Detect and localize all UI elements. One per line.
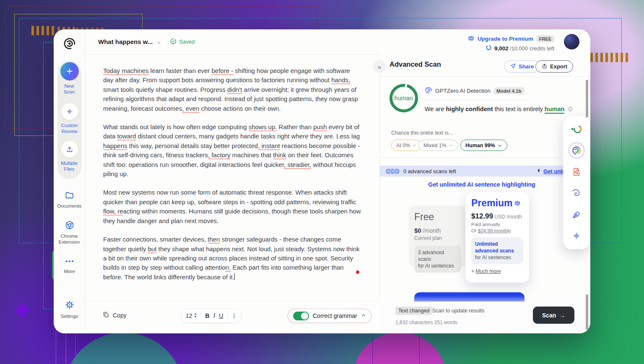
share-label: Share — [519, 63, 534, 70]
sidebar-item-label: Documents — [54, 203, 85, 209]
chevron-down-icon — [412, 143, 417, 148]
divider — [425, 100, 530, 100]
chip-ai[interactable]: AI 0% — [391, 140, 422, 151]
plagiarism-doc-icon[interactable] — [568, 164, 585, 180]
human-score-label: human — [395, 95, 413, 101]
spiral-icon[interactable] — [568, 185, 585, 202]
decor-line-4 — [372, 333, 373, 364]
editor-toolbar: Copy 12 B I U ⋮ Correct grammar — [85, 301, 379, 333]
chip-human[interactable]: Human 99% — [460, 140, 507, 151]
highlight-cta-link[interactable]: Get unlimited AI sentence highlighting — [379, 181, 584, 188]
collapse-panel-button[interactable]: » — [373, 60, 386, 73]
scan-progress-icon[interactable] — [568, 121, 585, 138]
premium-or: Or — [471, 228, 478, 233]
gptzero-logo-icon[interactable] — [63, 37, 76, 52]
sidebar-item-multiple-files[interactable]: Multiple Files — [54, 141, 85, 172]
credits-ring-icon — [486, 44, 492, 52]
scans-left-text: 0 advanced scans left — [403, 168, 456, 174]
italic-button[interactable]: I — [213, 312, 216, 319]
scan-update-hint: Scan to update results — [432, 308, 484, 314]
ai-detector-tool-icon[interactable] — [568, 142, 585, 159]
grammar-label: Correct grammar — [313, 312, 357, 319]
more-dots-icon — [65, 258, 75, 265]
decor-line-5 — [419, 333, 420, 364]
editor-paragraph[interactable]: Today machines learn faster than ever be… — [103, 66, 361, 113]
chevron-down-icon[interactable] — [157, 39, 161, 47]
premium-plan-name: Premium — [471, 198, 512, 209]
free-feature: 3 advanced scans for AI sentences — [414, 246, 461, 273]
sidebar-item-documents[interactable]: Documents — [54, 190, 85, 209]
export-button[interactable]: Export — [535, 60, 573, 73]
editor-text[interactable]: Today machines learn faster than ever be… — [103, 66, 361, 291]
sidebar-item-chrome-extension[interactable]: Chrome Extension — [54, 220, 85, 245]
sparkle-tool-icon[interactable] — [568, 228, 585, 244]
check-circle-icon — [170, 38, 177, 46]
credits-value: 9,002 — [494, 45, 509, 52]
sparkle-icon — [61, 103, 78, 120]
decor-bars-right — [590, 53, 630, 62]
premium-monthly-link[interactable]: $24.99 monthly — [478, 228, 511, 233]
sidebar-item-label: Custom Review — [54, 122, 85, 134]
upgrade-link[interactable]: Upgrade to Premium — [478, 36, 533, 42]
decor-circle-magenta — [353, 332, 447, 364]
grammar-toggle[interactable] — [293, 312, 309, 320]
save-status-label: Saved — [179, 39, 195, 45]
sidebar-item-more[interactable]: More — [54, 258, 85, 274]
copy-label: Copy — [113, 312, 127, 319]
chevron-up-icon[interactable] — [361, 312, 366, 319]
font-stepper-icon — [193, 312, 197, 320]
premium-much-more-link[interactable]: Much more — [475, 268, 501, 274]
scan-label: Scan — [542, 312, 556, 319]
app-window: New Scan Custom Review Multiple Files — [54, 29, 590, 333]
confidence-word: human — [545, 106, 565, 114]
char-word-count: 1,632 characters 251 words — [395, 320, 457, 325]
free-period: /month — [421, 227, 441, 234]
crown-icon — [514, 198, 521, 209]
folder-icon — [65, 194, 75, 201]
premium-more-prefix: + — [471, 268, 475, 274]
panel-scrollbar-lower[interactable] — [586, 294, 588, 330]
bold-button[interactable]: B — [205, 312, 210, 319]
scan-bubbles-icon: ✓✓✓ — [385, 168, 400, 174]
sidebar-item-custom-review[interactable]: Custom Review — [54, 103, 85, 134]
upgrade-row: Upgrade to Premium FREE — [467, 34, 554, 43]
scan-button[interactable]: Scan → — [533, 307, 574, 324]
chevron-down-icon — [497, 143, 502, 148]
chevron-down-icon — [449, 143, 453, 148]
editor-paragraph[interactable]: Faster connections, smarter devices, the… — [103, 235, 361, 282]
divider — [201, 312, 202, 320]
sidebar-item-new-scan[interactable]: New Scan — [54, 62, 85, 95]
divider — [227, 312, 228, 320]
underline-button[interactable]: U — [219, 312, 223, 319]
editor-topbar: What happens w... Saved — [85, 29, 379, 55]
panel-scrollbar[interactable] — [586, 80, 588, 117]
detector-name: GPTZero AI Detection — [435, 88, 491, 94]
collaborator-cursor-dot — [356, 270, 359, 274]
upload-icon — [61, 141, 78, 158]
sidebar-item-label: Settings — [54, 313, 85, 319]
sidebar-item-settings[interactable]: Settings — [54, 300, 85, 319]
font-size-stepper[interactable]: 12 — [186, 312, 197, 320]
advanced-scan-panel: Upgrade to Premium FREE 9,002 /10,000 cr… — [379, 29, 590, 333]
chip-label: Mixed 1% — [423, 143, 447, 148]
gear-icon — [65, 304, 75, 311]
copy-icon — [102, 311, 109, 320]
more-format-button[interactable]: ⋮ — [231, 312, 237, 319]
chip-label: Human 99% — [465, 143, 495, 148]
document-title[interactable]: What happens w... — [98, 38, 153, 45]
free-plan-card: Free $0 /month Current plan 3 advanced s… — [409, 205, 467, 267]
share-button[interactable]: Share — [504, 60, 540, 73]
export-icon — [541, 63, 548, 70]
editor-paragraph[interactable]: Most new systems now run some form of au… — [103, 188, 361, 226]
chip-mixed[interactable]: Mixed 1% — [418, 140, 458, 151]
model-badge: Model 4.1b — [493, 87, 524, 94]
editor-paragraph[interactable]: What stands out lately is how often edge… — [103, 122, 361, 179]
pen-nib-icon[interactable] — [568, 206, 585, 223]
sidebar-item-label: More — [54, 268, 85, 274]
avatar[interactable] — [564, 34, 579, 49]
plus-icon — [60, 62, 79, 81]
sidebar-item-label: Multiple Files — [58, 160, 80, 172]
copy-button[interactable]: Copy — [102, 311, 127, 320]
info-icon[interactable] — [567, 105, 573, 115]
correct-grammar-control[interactable]: Correct grammar — [288, 309, 371, 323]
